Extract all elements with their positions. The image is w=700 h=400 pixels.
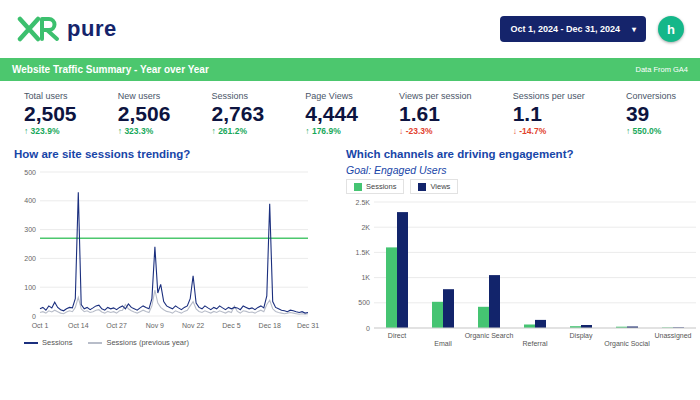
kpi-card: Conversions39↑ 550.0% [626,91,676,136]
logo: pure [16,16,117,42]
svg-text:Organic Search: Organic Search [465,332,514,340]
kpi-label: New users [118,91,171,101]
date-range-button[interactable]: Oct 1, 2024 - Dec 31, 2024 ▾ [500,16,646,42]
svg-text:300: 300 [24,226,36,233]
kpi-value: 4,444 [305,101,358,126]
charts-area: How are site sessions trending? 01002003… [0,136,700,358]
kpi-card: Sessions per user1.1↓ -14.7% [513,91,585,136]
svg-text:100: 100 [24,284,36,291]
kpi-value: 2,506 [118,101,171,126]
svg-text:1K: 1K [361,274,370,281]
svg-text:200: 200 [24,255,36,262]
svg-text:Nov 22: Nov 22 [182,322,204,329]
svg-text:Oct 14: Oct 14 [68,322,89,329]
svg-text:Dec 5: Dec 5 [222,322,240,329]
svg-text:Dec 31: Dec 31 [297,322,319,329]
bar-chart-title: Which channels are driving engagement? [346,148,700,160]
svg-text:0: 0 [32,313,36,320]
svg-text:Email: Email [434,340,452,347]
legend-swatch [88,342,102,344]
line-chart-legend: SessionsSessions (previous year) [14,338,320,347]
arrow-down-icon: ↓ [399,126,403,136]
bar-chart: 05001K1.5K2K2.5KDirectEmailOrganic Searc… [346,196,700,354]
bar-chart-legend: SessionsViews [346,179,700,194]
svg-text:2K: 2K [361,224,370,231]
svg-text:500: 500 [24,169,36,176]
logo-text: pure [67,16,117,42]
top-right-controls: Oct 1, 2024 - Dec 31, 2024 ▾ h [500,16,684,42]
bar-chart-subtitle: Goal: Engaged Users [346,164,700,176]
legend-label: Sessions [42,338,72,347]
legend-label: Sessions [366,182,396,191]
svg-text:Dec 18: Dec 18 [259,322,281,329]
legend-swatch [24,342,38,344]
sessions-trend-section: How are site sessions trending? 01002003… [14,140,320,358]
svg-text:Oct 1: Oct 1 [32,322,49,329]
avatar[interactable]: h [658,16,684,42]
svg-text:500: 500 [358,299,370,306]
kpi-value: 2,763 [212,101,265,126]
kpi-delta: ↑ 176.9% [305,126,358,136]
date-range-label: Oct 1, 2024 - Dec 31, 2024 [510,24,620,34]
svg-text:Display: Display [570,332,593,340]
kpi-value: 1.1 [513,101,585,126]
banner-title: Website Traffic Summary - Year over Year [12,64,209,75]
svg-text:Direct: Direct [388,332,406,339]
kpi-delta: ↓ -23.3% [399,126,471,136]
legend-item: Sessions [346,179,404,194]
svg-text:0: 0 [366,325,370,332]
kpi-card: Page Views4,444↑ 176.9% [305,91,358,136]
svg-text:Oct 27: Oct 27 [106,322,127,329]
kpi-value: 39 [626,101,676,126]
kpi-delta: ↓ -14.7% [513,126,585,136]
line-chart-title: How are site sessions trending? [14,148,320,160]
arrow-up-icon: ↑ [305,126,309,136]
kpi-card: New users2,506↑ 323.3% [118,91,171,136]
svg-text:Unassigned: Unassigned [655,332,692,340]
kpi-label: Conversions [626,91,676,101]
kpi-card: Sessions2,763↑ 261.2% [212,91,265,136]
svg-text:2.5K: 2.5K [356,199,371,206]
kpi-delta: ↑ 323.3% [118,126,171,136]
kpi-value: 2,505 [24,101,77,126]
legend-item: Sessions (previous year) [88,338,189,347]
arrow-down-icon: ↓ [513,126,517,136]
svg-text:400: 400 [24,197,36,204]
kpi-card: Total users2,505↑ 323.9% [24,91,77,136]
arrow-up-icon: ↑ [626,126,630,136]
arrow-up-icon: ↑ [24,126,28,136]
kpi-value: 1.61 [399,101,471,126]
kpi-label: Views per session [399,91,471,101]
legend-item: Views [410,179,458,194]
report-banner: Website Traffic Summary - Year over Year… [0,58,700,81]
chevron-down-icon: ▾ [632,25,636,34]
top-bar: pure Oct 1, 2024 - Dec 31, 2024 ▾ h [0,0,700,58]
kpi-delta: ↑ 261.2% [212,126,265,136]
legend-item: Sessions [24,338,72,347]
kpi-delta: ↑ 550.0% [626,126,676,136]
arrow-up-icon: ↑ [212,126,216,136]
kpi-label: Page Views [305,91,358,101]
svg-text:Nov 9: Nov 9 [146,322,164,329]
line-chart: 0100200300400500Oct 1Oct 14Oct 27Nov 9No… [14,164,320,332]
kpi-row: Total users2,505↑ 323.9%New users2,506↑ … [0,81,700,136]
svg-text:1.5K: 1.5K [356,249,371,256]
legend-label: Views [430,182,450,191]
logo-mark-icon [16,16,62,42]
arrow-up-icon: ↑ [118,126,122,136]
svg-text:Referral: Referral [523,340,548,347]
kpi-delta: ↑ 323.9% [24,126,77,136]
legend-label: Sessions (previous year) [106,338,189,347]
legend-swatch [418,183,426,191]
kpi-card: Views per session1.61↓ -23.3% [399,91,471,136]
data-source-label: Data From GA4 [635,65,688,74]
channels-section: Which channels are driving engagement? G… [346,140,700,358]
kpi-label: Total users [24,91,77,101]
kpi-label: Sessions [212,91,265,101]
kpi-label: Sessions per user [513,91,585,101]
legend-swatch [354,183,362,191]
svg-text:Organic Social: Organic Social [604,340,650,348]
